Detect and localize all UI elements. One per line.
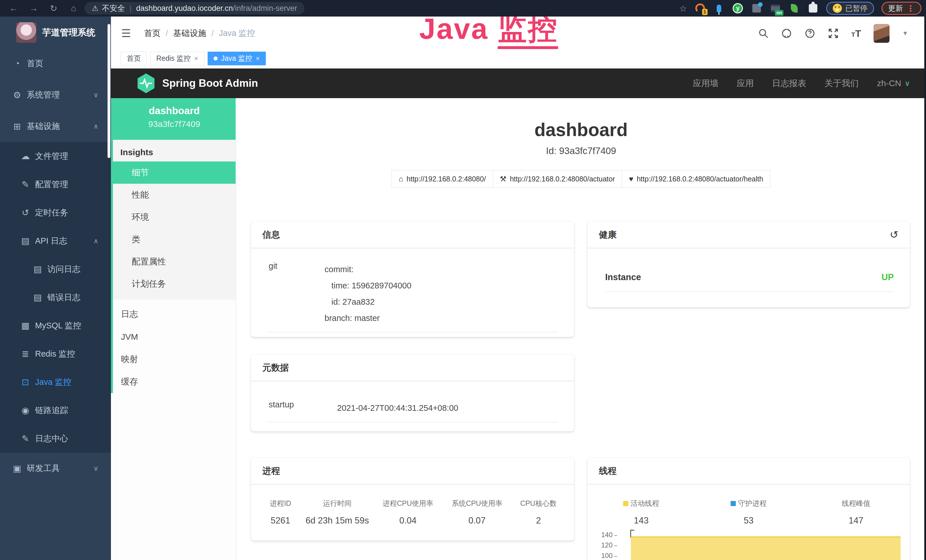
monitor-icon: ⊞ bbox=[11, 121, 23, 132]
sba-navbar: Spring Boot Admin 应用墙 应用 日志报表 关于我们 zh-CN… bbox=[111, 68, 926, 98]
user-menu-caret-icon[interactable]: ▼ bbox=[902, 30, 908, 37]
sidebar-item-file-mgmt[interactable]: ☁ 文件管理 bbox=[0, 142, 111, 170]
sidebar-item-mysql-monitor[interactable]: ▦ MySQL 监控 bbox=[0, 312, 111, 340]
extension-leaf-icon[interactable] bbox=[788, 3, 800, 14]
col-value: 5261 bbox=[259, 516, 302, 526]
sidebar-item-system-mgmt[interactable]: ⚙ 系统管理 ∨ bbox=[0, 79, 111, 111]
briefcase-icon: ▣ bbox=[11, 463, 23, 474]
address-bar[interactable]: ⚠ 不安全 | dashboard.yudao.iocoder.cn/infra… bbox=[85, 2, 304, 15]
user-avatar[interactable] bbox=[873, 24, 890, 43]
sba-nav-journal[interactable]: 日志报表 bbox=[772, 77, 806, 89]
font-size-icon[interactable]: TT bbox=[851, 28, 861, 39]
sidebar-item-label: 配置管理 bbox=[35, 179, 68, 190]
sidebar-item-dev-tools[interactable]: ▣ 研发工具 ∨ bbox=[0, 453, 111, 484]
app-logo-row[interactable]: 芋道管理系统 bbox=[0, 17, 111, 48]
menu-item-logging[interactable]: 日志 bbox=[113, 303, 236, 325]
col-header: CPU核心数 bbox=[511, 499, 566, 508]
history-icon[interactable]: ↺ bbox=[890, 229, 898, 241]
browser-back-icon[interactable]: ← bbox=[8, 3, 20, 14]
git-id-line: id: 27aa832 bbox=[325, 294, 412, 310]
sidebar-submenu-infrastructure: ☁ 文件管理 ✎ 配置管理 ↺ 定时任务 ▤ API 日志 ∧ ▤ 访问日志 ▤… bbox=[0, 142, 111, 453]
menu-item-classes[interactable]: 类 bbox=[113, 228, 236, 250]
tab-label: Java 监控 bbox=[221, 54, 253, 63]
sidebar-item-tracing[interactable]: ◉ 链路追踪 bbox=[0, 396, 111, 424]
fullscreen-icon[interactable] bbox=[828, 28, 839, 39]
chrome-update-pill[interactable]: 更新 ⋮ bbox=[882, 2, 921, 15]
col-value: 2 bbox=[511, 516, 566, 526]
sidebar-item-access-logs[interactable]: ▤ 访问日志 bbox=[0, 255, 111, 283]
menu-item-metrics[interactable]: 性能 bbox=[113, 184, 236, 206]
dashboard-gauge-icon: ◔ bbox=[11, 59, 23, 69]
history-icon: ↺ bbox=[19, 207, 32, 218]
sidebar-item-error-logs[interactable]: ▤ 错误日志 bbox=[0, 283, 111, 312]
tab-label: 首页 bbox=[127, 54, 141, 63]
browser-home-icon[interactable]: ⌂ bbox=[67, 3, 80, 14]
page-scrollbar[interactable] bbox=[924, 17, 926, 560]
menu-item-details[interactable]: 细节 bbox=[113, 162, 236, 184]
sidebar-item-redis-monitor[interactable]: ≣ Redis 监控 bbox=[0, 340, 111, 368]
menu-item-config-props[interactable]: 配置属性 bbox=[113, 250, 236, 273]
sidebar-item-api-logs[interactable]: ▤ API 日志 ∧ bbox=[0, 227, 111, 255]
github-icon[interactable] bbox=[781, 28, 792, 39]
legend-label: 活动线程 bbox=[631, 499, 659, 508]
profile-paused-pill[interactable]: 已暂停 bbox=[826, 2, 874, 15]
menu-item-environment[interactable]: 环境 bbox=[113, 206, 236, 228]
close-icon[interactable]: × bbox=[256, 54, 260, 62]
extension-pin-icon[interactable] bbox=[713, 3, 725, 14]
tab-java-monitor[interactable]: Java 监控 × bbox=[207, 51, 266, 65]
bookmark-star-icon[interactable]: ☆ bbox=[679, 3, 687, 14]
menu-item-caches[interactable]: 缓存 bbox=[113, 371, 236, 393]
sba-nav-wallboard[interactable]: 应用墙 bbox=[693, 77, 719, 89]
sidebar-scrollbar-thumb[interactable] bbox=[107, 24, 110, 158]
endpoint-actuator-button[interactable]: ⚒ http://192.168.0.2:48080/actuator bbox=[493, 170, 622, 188]
menu-item-scheduled-tasks[interactable]: 计划任务 bbox=[113, 273, 236, 295]
sidebar-item-java-monitor[interactable]: ⊡ Java 监控 bbox=[0, 368, 111, 396]
sidebar-item-config-mgmt[interactable]: ✎ 配置管理 bbox=[0, 170, 111, 198]
edit-icon: ✎ bbox=[19, 179, 32, 190]
extension-colorzilla-icon[interactable]: 1 bbox=[694, 3, 706, 14]
sidebar-item-label: Java 监控 bbox=[35, 377, 71, 388]
health-instance-row[interactable]: Instance UP bbox=[605, 272, 894, 292]
browser-menu-dots-icon[interactable]: ⋮ bbox=[906, 3, 915, 14]
browser-chrome: ← → ↻ ⌂ ⚠ 不安全 | dashboard.yudao.iocoder.… bbox=[0, 0, 926, 17]
sidebar-item-home[interactable]: ◔ 首页 bbox=[0, 48, 111, 79]
log-icon: ▤ bbox=[31, 264, 44, 274]
breadcrumb-infra[interactable]: 基础设施 bbox=[173, 28, 206, 39]
sba-brand[interactable]: Spring Boot Admin bbox=[136, 73, 258, 94]
tab-redis-monitor[interactable]: Redis 监控 × bbox=[150, 51, 204, 65]
chart-ytick-140: 140 bbox=[587, 531, 617, 539]
sidebar-item-label: 文件管理 bbox=[35, 151, 68, 162]
sidebar-item-infrastructure[interactable]: ⊞ 基础设施 ∧ bbox=[0, 111, 111, 142]
sba-nav-about[interactable]: 关于我们 bbox=[825, 77, 859, 89]
git-commit-line: commit: bbox=[325, 261, 412, 278]
tab-home[interactable]: 首页 bbox=[121, 51, 147, 65]
menu-item-jvm[interactable]: JVM bbox=[113, 325, 236, 348]
endpoint-health-button[interactable]: ♥ http://192.168.0.2:48080/actuator/heal… bbox=[622, 170, 770, 188]
breadcrumb-home[interactable]: 首页 bbox=[144, 28, 160, 39]
sidebar-item-scheduled-jobs[interactable]: ↺ 定时任务 bbox=[0, 198, 111, 227]
help-icon[interactable] bbox=[805, 28, 816, 39]
browser-forward-icon[interactable]: → bbox=[27, 3, 40, 14]
legend-value: 53 bbox=[695, 516, 802, 526]
tags-view-bar: 首页 Redis 监控 × Java 监控 × bbox=[111, 50, 926, 67]
col-header: 进程ID bbox=[259, 499, 302, 508]
extension-badge: 1 bbox=[702, 9, 708, 15]
instance-detail-panel: dashboard Id: 93a3fc7f7409 ⌂ http://192.… bbox=[236, 98, 926, 560]
sba-locale-select[interactable]: zh-CN ∨ bbox=[877, 79, 910, 88]
close-icon[interactable]: × bbox=[194, 54, 198, 62]
sba-nav-applications[interactable]: 应用 bbox=[737, 77, 754, 89]
process-col-uptime: 运行时间 6d 23h 15m 59s bbox=[302, 499, 373, 526]
extensions-puzzle-icon[interactable] bbox=[807, 3, 819, 14]
extension-y-icon[interactable]: y bbox=[732, 3, 743, 14]
threads-daemon-stat: 守护进程 53 bbox=[695, 499, 802, 526]
process-col-proc-cpu: 进程CPU使用率 0.04 bbox=[372, 499, 443, 526]
browser-reload-icon[interactable]: ↻ bbox=[47, 3, 60, 14]
endpoint-home-button[interactable]: ⌂ http://192.168.0.2:48080/ bbox=[392, 170, 493, 188]
info-git-label: git bbox=[269, 261, 325, 326]
extension-grid-icon[interactable] bbox=[751, 3, 762, 14]
sidebar-item-log-center[interactable]: ✎ 日志中心 bbox=[0, 424, 111, 453]
sidebar-toggle-icon[interactable]: ☰ bbox=[121, 27, 131, 40]
extension-switch-icon[interactable]: on bbox=[770, 3, 781, 14]
menu-item-mappings[interactable]: 映射 bbox=[113, 348, 236, 371]
search-icon[interactable] bbox=[758, 28, 769, 38]
